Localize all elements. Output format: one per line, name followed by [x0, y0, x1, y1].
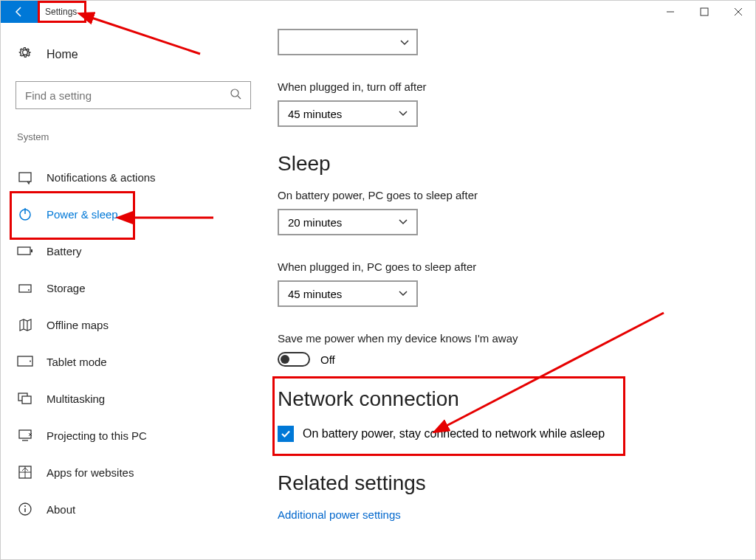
sidebar-item-label: Offline maps: [47, 319, 109, 331]
sidebar-item-label: Projecting to this PC: [47, 429, 147, 442]
svg-rect-17: [19, 430, 31, 438]
svg-rect-6: [19, 173, 31, 182]
sidebar-item-label: Multitasking: [47, 393, 105, 405]
svg-point-22: [24, 505, 26, 507]
main-panel: When plugged in, turn off after 45 minut…: [255, 23, 755, 559]
plugged-sleep-dropdown[interactable]: 45 minutes: [278, 280, 418, 307]
home-button[interactable]: Home: [11, 38, 255, 71]
svg-rect-1: [701, 8, 708, 15]
about-icon: [17, 501, 33, 517]
projecting-icon: [17, 427, 33, 443]
notifications-icon: [17, 169, 33, 185]
plugged-turnoff-dropdown[interactable]: 45 minutes: [278, 100, 418, 127]
maximize-button[interactable]: [687, 1, 721, 23]
sidebar-item-about[interactable]: About: [11, 492, 255, 526]
search-field[interactable]: [25, 89, 230, 102]
close-icon: [734, 7, 743, 16]
svg-rect-11: [19, 285, 31, 292]
minimize-icon: [666, 7, 675, 16]
sidebar: Home System Notifications & actions Powe…: [1, 23, 255, 559]
sidebar-item-battery[interactable]: Battery: [11, 234, 255, 268]
network-checkbox-label: On battery power, stay connected to netw…: [303, 427, 605, 440]
chevron-down-icon: [399, 108, 408, 119]
sidebar-item-tablet-mode[interactable]: Tablet mode: [11, 345, 255, 378]
dropdown-value: 45 minutes: [288, 288, 342, 300]
sidebar-item-projecting[interactable]: Projecting to this PC: [11, 418, 255, 452]
sidebar-item-label: Apps for websites: [47, 466, 134, 479]
plugged-sleep-label: When plugged in, PC goes to sleep after: [278, 260, 740, 273]
minimize-button[interactable]: [653, 1, 687, 23]
tablet-icon: [17, 353, 33, 370]
sidebar-item-multitasking[interactable]: Multitasking: [11, 381, 255, 415]
svg-rect-10: [31, 249, 32, 252]
sidebar-item-label: Notifications & actions: [47, 171, 156, 184]
chevron-down-icon: [399, 288, 408, 299]
search-icon: [230, 88, 241, 103]
home-label: Home: [47, 48, 78, 61]
sidebar-item-offline-maps[interactable]: Offline maps: [11, 308, 255, 342]
svg-point-4: [231, 89, 238, 97]
sidebar-item-notifications[interactable]: Notifications & actions: [11, 160, 255, 194]
sidebar-item-label: Power & sleep: [47, 208, 118, 221]
maps-icon: [17, 317, 33, 333]
partial-dropdown[interactable]: [278, 29, 418, 55]
svg-line-5: [238, 96, 241, 99]
dropdown-value: 20 minutes: [288, 216, 342, 229]
away-label: Save me power when my device knows I'm a…: [278, 332, 740, 345]
sidebar-item-label: Storage: [47, 282, 86, 294]
battery-sleep-dropdown[interactable]: 20 minutes: [278, 209, 418, 235]
sidebar-item-storage[interactable]: Storage: [11, 271, 255, 305]
sidebar-item-apps-websites[interactable]: Apps for websites: [11, 455, 255, 489]
gear-icon: [17, 45, 33, 63]
sleep-heading: Sleep: [278, 152, 740, 176]
plugged-turnoff-label: When plugged in, turn off after: [278, 80, 740, 93]
section-label: System: [11, 122, 255, 157]
sidebar-item-label: Battery: [47, 245, 82, 257]
battery-sleep-label: On battery power, PC goes to sleep after: [278, 189, 740, 201]
network-checkbox[interactable]: [278, 426, 294, 442]
svg-point-14: [30, 361, 31, 362]
sidebar-item-label: About: [47, 503, 75, 516]
svg-point-12: [28, 289, 30, 291]
away-toggle[interactable]: [278, 352, 310, 367]
storage-icon: [17, 280, 33, 296]
chevron-down-icon: [400, 35, 409, 49]
svg-rect-16: [22, 396, 31, 404]
apps-icon: [17, 464, 33, 480]
svg-rect-9: [18, 247, 30, 255]
sidebar-item-power-sleep[interactable]: Power & sleep: [11, 197, 255, 231]
maximize-icon: [700, 7, 709, 16]
related-heading: Related settings: [278, 471, 740, 495]
close-button[interactable]: [721, 1, 755, 23]
arrow-left-icon: [13, 6, 25, 18]
app-title: Settings: [38, 1, 84, 23]
dropdown-value: 45 minutes: [288, 108, 342, 120]
search-input[interactable]: [16, 81, 251, 109]
back-button[interactable]: [1, 1, 38, 23]
multitasking-icon: [17, 390, 33, 407]
chevron-down-icon: [399, 217, 408, 227]
battery-icon: [17, 243, 33, 259]
network-heading: Network connection: [278, 387, 740, 411]
toggle-state: Off: [320, 353, 335, 366]
power-icon: [17, 206, 33, 222]
check-icon: [281, 429, 291, 439]
additional-power-link[interactable]: Additional power settings: [278, 508, 401, 521]
sidebar-item-label: Tablet mode: [47, 356, 107, 368]
